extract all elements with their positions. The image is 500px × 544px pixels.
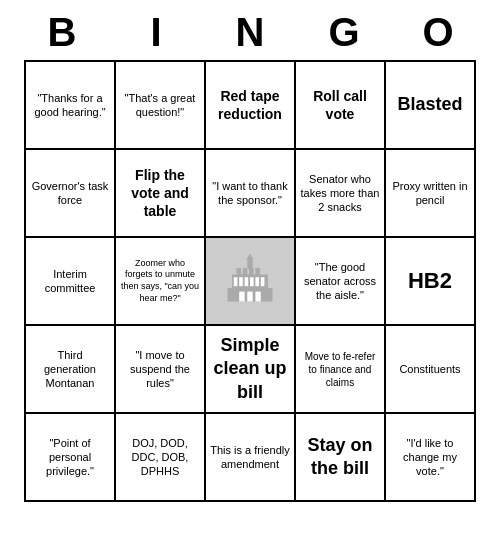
cell-1-0[interactable]: Governor's task force xyxy=(26,150,116,238)
letter-o: O xyxy=(395,10,481,55)
svg-rect-2 xyxy=(237,269,242,276)
cell-3-4[interactable]: Constituents xyxy=(386,326,476,414)
svg-rect-4 xyxy=(249,269,254,276)
cell-1-3[interactable]: Senator who takes more than 2 snacks xyxy=(296,150,386,238)
cell-2-1[interactable]: Zoomer who forgets to unmute then says, … xyxy=(116,238,206,326)
cell-3-0[interactable]: Third generation Montanan xyxy=(26,326,116,414)
cell-0-3[interactable]: Roll call vote xyxy=(296,62,386,150)
cell-3-1[interactable]: "I move to suspend the rules" xyxy=(116,326,206,414)
svg-rect-11 xyxy=(234,278,238,287)
svg-rect-9 xyxy=(247,292,252,302)
cell-4-4[interactable]: "I'd like to change my vote." xyxy=(386,414,476,502)
cell-4-3[interactable]: Stay on the bill xyxy=(296,414,386,502)
bingo-grid: "Thanks for a good hearing." "That's a g… xyxy=(24,60,476,502)
cell-2-2-free[interactable] xyxy=(206,238,296,326)
letter-n: N xyxy=(207,10,293,55)
cell-2-3[interactable]: "The good senator across the aisle." xyxy=(296,238,386,326)
bingo-header: B I N G O xyxy=(15,0,485,60)
svg-rect-3 xyxy=(243,269,248,276)
cell-3-2[interactable]: Simple clean up bill xyxy=(206,326,296,414)
cell-4-1[interactable]: DOJ, DOD, DDC, DOB, DPHHS xyxy=(116,414,206,502)
svg-marker-7 xyxy=(246,254,253,259)
letter-i: I xyxy=(113,10,199,55)
cell-4-2[interactable]: This is a friendly amendment xyxy=(206,414,296,502)
letter-b: B xyxy=(19,10,105,55)
svg-rect-16 xyxy=(261,278,265,287)
svg-rect-10 xyxy=(255,292,260,302)
cell-0-2[interactable]: Red tape reduction xyxy=(206,62,296,150)
cell-0-1[interactable]: "That's a great question!" xyxy=(116,62,206,150)
svg-rect-5 xyxy=(255,269,260,276)
free-space-icon xyxy=(223,252,277,309)
cell-2-4[interactable]: HB2 xyxy=(386,238,476,326)
cell-2-0[interactable]: Interim committee xyxy=(26,238,116,326)
letter-g: G xyxy=(301,10,387,55)
cell-4-0[interactable]: "Point of personal privilege." xyxy=(26,414,116,502)
cell-1-4[interactable]: Proxy written in pencil xyxy=(386,150,476,238)
svg-rect-13 xyxy=(245,278,249,287)
cell-1-1[interactable]: Flip the vote and table xyxy=(116,150,206,238)
svg-rect-12 xyxy=(239,278,243,287)
cell-0-0[interactable]: "Thanks for a good hearing." xyxy=(26,62,116,150)
svg-rect-15 xyxy=(255,278,259,287)
cell-3-3[interactable]: Move to fe-refer to finance and claims xyxy=(296,326,386,414)
svg-rect-14 xyxy=(250,278,254,287)
svg-rect-8 xyxy=(239,292,244,302)
svg-rect-6 xyxy=(247,260,252,270)
cell-0-4[interactable]: Blasted xyxy=(386,62,476,150)
cell-1-2[interactable]: "I want to thank the sponsor." xyxy=(206,150,296,238)
